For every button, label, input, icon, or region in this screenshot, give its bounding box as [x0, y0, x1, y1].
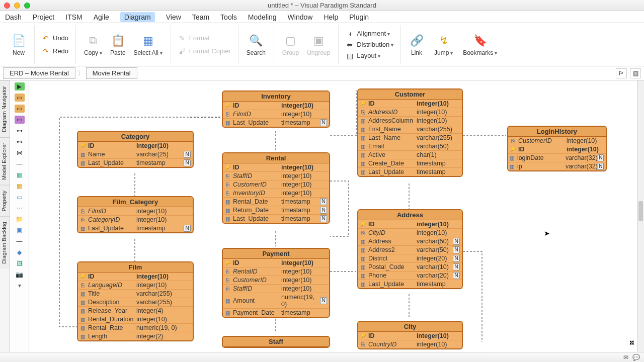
entity-row[interactable]: Phonevarchar(20)N [358, 271, 462, 280]
undo-button[interactable]: ↶Undo [40, 33, 70, 43]
entity-row[interactable]: RentalIDinteger(10) [223, 267, 329, 276]
entity-staff[interactable]: Staff [222, 336, 330, 348]
entity-row[interactable]: StaffIDinteger(10) [223, 171, 329, 180]
entity-row[interactable]: StaffIDinteger(10) [223, 284, 329, 293]
entity-row[interactable]: CategoryIDinteger(10) [78, 215, 193, 224]
menu-diagram[interactable]: Diagram [120, 12, 155, 22]
entity-row[interactable]: LanguageIDinteger(10) [78, 281, 193, 289]
menu-plugin[interactable]: Plugin [349, 13, 369, 21]
redo-button[interactable]: ↷Redo [40, 46, 70, 56]
quick-tool-2[interactable]: ▥ [630, 68, 641, 78]
new-button[interactable]: 📄 New [8, 31, 29, 58]
entity-row[interactable]: Release_Yearinteger(4) [78, 306, 193, 315]
entity-row[interactable]: Addressvarchar(50)N [358, 237, 462, 245]
entity-row[interactable]: Lengthinteger(2) [78, 332, 193, 340]
entity-row[interactable]: Address2varchar(50)N [358, 245, 462, 254]
vertical-scrollbar[interactable] [637, 80, 644, 352]
copy-button[interactable]: ⧉Copy [81, 31, 105, 58]
entity-row[interactable]: Amountnumeric(19, 0)N [223, 293, 329, 308]
group-button[interactable]: ▢Group [279, 31, 302, 58]
entity-row[interactable]: InventoryIDinteger(10) [223, 189, 329, 197]
tool-rel3-icon[interactable]: ⋈ [15, 149, 25, 157]
entity-row[interactable]: AddressIDinteger(10) [358, 108, 462, 116]
menu-itsm[interactable]: ITSM [65, 13, 82, 21]
mail-icon[interactable]: ✉ [623, 354, 628, 361]
entity-city[interactable]: City IDinteger(10)CountryIDinteger(10) [357, 321, 463, 349]
menu-help[interactable]: Help [324, 13, 338, 21]
entity-row[interactable]: Titlevarchar(255) [78, 289, 193, 298]
entity-row[interactable]: CountryIDinteger(10) [358, 340, 462, 348]
entity-row[interactable]: CustomerIDinteger(10) [223, 276, 329, 284]
entity-row[interactable]: AddressColumninteger(10) [358, 116, 462, 125]
tool-sep-icon[interactable]: ⋯ [15, 204, 25, 212]
entity-row[interactable]: Descriptionvarchar(255) [78, 298, 193, 306]
entity-film[interactable]: Film IDinteger(10)LanguageIDinteger(10)T… [77, 261, 194, 341]
crumb-current[interactable]: Movie Rental [86, 67, 137, 79]
scrollbar-thumb[interactable] [638, 201, 643, 221]
format-button[interactable]: ✎Format [176, 33, 212, 43]
entity-row[interactable]: Payment_Datetimestamp [223, 308, 329, 317]
tool-window-icon[interactable]: ▣ [15, 226, 25, 234]
entity-row[interactable]: loginDatevarchar(32)N [508, 153, 606, 162]
entity-row[interactable]: Last_UpdatetimestampN [78, 224, 193, 232]
entity-row[interactable]: FilmIDinteger(10) [78, 207, 193, 215]
entity-row[interactable]: Last_UpdatetimestampN [223, 214, 329, 223]
entity-category[interactable]: Category IDinteger(10)Namevarchar(25)NLa… [77, 131, 194, 168]
layout-button[interactable]: ▤Layout [344, 51, 382, 61]
entity-row[interactable]: Last_Updatetimestamp [358, 280, 462, 288]
tool-more-icon[interactable]: ▾ [15, 282, 25, 290]
ungroup-button[interactable]: ▣Ungroup [304, 31, 333, 58]
entity-row[interactable]: IDinteger(10) [508, 145, 606, 153]
entity-row[interactable]: IDinteger(10) [358, 332, 462, 340]
entity-inventory[interactable]: Inventory IDinteger(10)FilmIDinteger(10)… [222, 90, 330, 128]
entity-row[interactable]: Last_UpdatetimestampN [78, 158, 193, 167]
entity-row[interactable]: IDinteger(10) [223, 102, 329, 110]
entity-login-history[interactable]: LoginHistory CustomerIDinteger(10)IDinte… [507, 126, 607, 171]
tool-table-icon[interactable]: ▦ [15, 171, 25, 179]
entity-row[interactable]: Create_Datetimestamp [358, 159, 462, 167]
entity-row[interactable]: IDinteger(10) [223, 259, 329, 267]
tool-entity2-icon[interactable]: ▭ [15, 105, 25, 113]
entity-row[interactable]: CustomerIDinteger(10) [508, 137, 606, 145]
tool-folder-icon[interactable]: 📁 [15, 215, 25, 223]
vtab-diagram-backlog[interactable]: Diagram Backlog [0, 216, 10, 269]
jump-button[interactable]: ↯Jump [431, 31, 456, 58]
entity-row[interactable]: IDinteger(10) [78, 273, 193, 281]
entity-row[interactable]: IDinteger(10) [223, 163, 329, 171]
tool-camera-icon[interactable]: 📷 [15, 270, 25, 279]
tool-shapes-icon[interactable]: ◆ [15, 248, 25, 256]
format-copier-button[interactable]: 🖌Format Copier [176, 46, 233, 56]
crumb-root[interactable]: ERD – Movie Rental [3, 67, 75, 79]
menu-modeling[interactable]: Modeling [248, 13, 277, 21]
tool-rel2-icon[interactable]: ⊷ [15, 138, 25, 146]
entity-row[interactable]: Rental_Ratenumeric(19, 0) [78, 323, 193, 332]
alignment-button[interactable]: ⫞Alignment [344, 29, 392, 39]
distribution-button[interactable]: ⇔Distribution [344, 40, 395, 50]
entity-row[interactable]: IDinteger(10) [78, 142, 193, 150]
vtab-diagram-navigator[interactable]: Diagram Navigator [0, 80, 10, 137]
chat-icon[interactable]: 💬 [632, 354, 640, 361]
paste-button[interactable]: 📋Paste [107, 31, 129, 58]
entity-address[interactable]: Address IDinteger(10)CityIDinteger(10)Ad… [357, 209, 463, 289]
menu-project[interactable]: Project [33, 13, 55, 21]
entity-row[interactable]: Last_Updatetimestamp [358, 167, 462, 176]
quick-tool-1[interactable]: 🏳 [616, 68, 627, 78]
entity-row[interactable]: IDinteger(10) [358, 100, 462, 108]
tool-entity-icon[interactable]: ▭ [15, 94, 25, 102]
tool-rel1-icon[interactable]: ⊶ [15, 127, 25, 135]
menu-window[interactable]: Window [288, 13, 313, 21]
entity-row[interactable]: ipvarchar(32)N [508, 162, 606, 170]
entity-row[interactable]: CustomerIDinteger(10) [223, 180, 329, 189]
entity-payment[interactable]: Payment IDinteger(10)RentalIDinteger(10)… [222, 248, 330, 318]
entity-row[interactable]: Last_Namevarchar(255) [358, 133, 462, 142]
menu-view[interactable]: View [166, 13, 181, 21]
vtab-model-explorer[interactable]: Model Explorer [0, 137, 10, 185]
entity-row[interactable]: Districtinteger(20)N [358, 254, 462, 262]
vtab-property[interactable]: Property [0, 185, 10, 217]
menu-dash[interactable]: Dash [5, 13, 22, 21]
tool-view-icon[interactable]: ▭ [15, 116, 25, 124]
entity-row[interactable]: First_Namevarchar(255) [358, 125, 462, 133]
select-all-button[interactable]: ▦Select All [131, 31, 166, 58]
entity-row[interactable]: IDinteger(10) [358, 220, 462, 228]
entity-film-category[interactable]: Film_Category FilmIDinteger(10)CategoryI… [77, 196, 194, 233]
